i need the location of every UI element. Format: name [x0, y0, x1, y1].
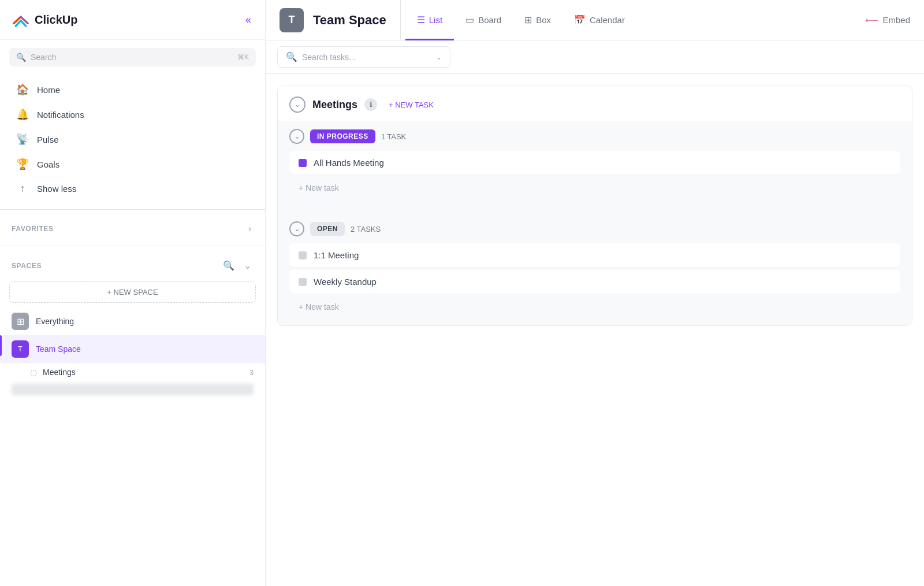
tab-board[interactable]: ▭ Board — [454, 1, 513, 40]
group-info-button[interactable]: ℹ — [364, 98, 377, 111]
search-tasks-icon: 🔍 — [286, 51, 297, 62]
list-tab-label: List — [429, 15, 442, 25]
search-placeholder: Search — [31, 53, 233, 62]
box-tab-label: Box — [536, 15, 551, 25]
search-shortcut: ⌘K — [237, 53, 249, 61]
embed-tab-icon: ⟵ — [865, 14, 878, 25]
bell-icon: 🔔 — [16, 108, 29, 121]
nav-items: 🏠 Home 🔔 Notifications 📡 Pulse 🏆 Goals ↑… — [0, 75, 265, 203]
task-name: All Hands Meeting — [314, 158, 384, 168]
calendar-tab-label: Calendar — [590, 15, 625, 25]
toolbar: 🔍 Search tasks... ⌄ — [266, 40, 924, 74]
tab-calendar[interactable]: 📅 Calendar — [562, 1, 636, 40]
open-count: 2 TASKS — [351, 225, 381, 233]
add-task-row-in-progress[interactable]: + New task — [289, 177, 900, 198]
search-icon: 🔍 — [16, 53, 26, 62]
spaces-actions: 🔍 ⌄ — [221, 259, 254, 272]
task-item[interactable]: 1:1 Meeting — [289, 243, 900, 268]
favorites-expand-button[interactable]: › — [246, 222, 254, 235]
new-space-button[interactable]: + NEW SPACE — [9, 281, 256, 303]
clickup-logo-icon — [12, 10, 30, 29]
show-less-label: Show less — [37, 184, 76, 194]
home-label: Home — [37, 85, 60, 95]
search-tasks-placeholder: Search tasks... — [302, 53, 431, 62]
tab-bar: ☰ List ▭ Board ⊞ Box 📅 Calendar ⟵ Embed — [401, 0, 924, 40]
favorites-section-header: FAVORITES › — [0, 218, 265, 240]
add-task-row-open[interactable]: + New task — [289, 296, 900, 317]
list-tab-icon: ☰ — [417, 14, 425, 25]
team-space-label: Team Space — [36, 344, 81, 354]
new-task-header-button[interactable]: + NEW TASK — [384, 98, 438, 112]
meetings-spinner-icon: ◌ — [30, 368, 37, 377]
board-tab-icon: ▭ — [465, 14, 474, 25]
status-header-open: ⌄ OPEN 2 TASKS — [289, 221, 900, 236]
meetings-label: Meetings — [43, 368, 76, 377]
task-color-dot-purple — [299, 159, 307, 167]
task-name: Weekly Standup — [314, 277, 377, 287]
calendar-tab-icon: 📅 — [574, 14, 586, 25]
group-title: Meetings — [312, 99, 357, 111]
task-list: ⌄ Meetings ℹ + NEW TASK ⌄ IN PROGRESS 1 … — [266, 74, 924, 586]
home-icon: 🏠 — [16, 83, 29, 96]
tab-list[interactable]: ☰ List — [405, 1, 454, 40]
status-section-open: ⌄ OPEN 2 TASKS 1:1 Meeting Weekly Standu… — [278, 213, 912, 325]
search-bar[interactable]: 🔍 Search ⌘K — [9, 48, 256, 66]
task-group-header: ⌄ Meetings ℹ + NEW TASK — [278, 86, 912, 121]
pulse-icon: 📡 — [16, 133, 29, 146]
status-header-in-progress: ⌄ IN PROGRESS 1 TASK — [289, 129, 900, 144]
task-group-meetings: ⌄ Meetings ℹ + NEW TASK ⌄ IN PROGRESS 1 … — [277, 86, 912, 326]
logo: ClickUp — [12, 10, 77, 29]
task-color-dot-gray — [299, 251, 307, 259]
sidebar-item-home[interactable]: 🏠 Home — [5, 77, 260, 102]
sidebar-item-team-space[interactable]: T Team Space — [0, 335, 265, 363]
topbar: T Team Space ☰ List ▭ Board ⊞ Box 📅 Cale… — [266, 0, 924, 40]
section-divider-1 — [0, 209, 265, 210]
search-tasks-bar[interactable]: 🔍 Search tasks... ⌄ — [277, 46, 450, 68]
favorites-title: FAVORITES — [12, 225, 54, 233]
sidebar-header: ClickUp « — [0, 0, 265, 40]
tab-box[interactable]: ⊞ Box — [513, 1, 562, 40]
spaces-title: SPACES — [12, 262, 42, 270]
spaces-collapse-button[interactable]: ⌄ — [241, 259, 254, 272]
group-collapse-button[interactable]: ⌄ — [289, 97, 305, 113]
task-item[interactable]: All Hands Meeting — [289, 151, 900, 175]
in-progress-badge: IN PROGRESS — [310, 129, 375, 143]
task-color-dot-gray — [299, 278, 307, 286]
tab-embed[interactable]: ⟵ Embed — [854, 1, 924, 40]
space-avatar: T — [280, 8, 304, 32]
add-task-label: + New task — [299, 183, 339, 192]
search-tasks-chevron-icon: ⌄ — [436, 53, 442, 61]
open-badge: OPEN — [310, 222, 345, 236]
goals-label: Goals — [37, 160, 59, 169]
spaces-section-header: SPACES 🔍 ⌄ — [0, 254, 265, 277]
task-name: 1:1 Meeting — [314, 250, 359, 260]
everything-label: Everything — [36, 317, 74, 326]
open-collapse-button[interactable]: ⌄ — [289, 221, 304, 236]
add-task-label: + New task — [299, 302, 339, 311]
spaces-search-button[interactable]: 🔍 — [221, 259, 237, 272]
sidebar-item-pulse[interactable]: 📡 Pulse — [5, 127, 260, 151]
blurred-sidebar-item — [12, 384, 254, 395]
sidebar-collapse-button[interactable]: « — [243, 12, 254, 28]
status-section-in-progress: ⌄ IN PROGRESS 1 TASK All Hands Meeting +… — [278, 121, 912, 206]
team-space-icon: T — [12, 340, 29, 358]
section-divider-2 — [0, 246, 265, 246]
meetings-count: 3 — [249, 368, 254, 377]
sidebar-item-everything[interactable]: ⊞ Everything — [0, 307, 265, 335]
in-progress-collapse-button[interactable]: ⌄ — [289, 129, 304, 144]
goals-icon: 🏆 — [16, 158, 29, 170]
team-space-wrapper: T Team Space — [0, 335, 265, 363]
sidebar-subitem-meetings[interactable]: ◌ Meetings 3 — [0, 363, 265, 381]
show-less-icon: ↑ — [16, 183, 29, 195]
app-name: ClickUp — [35, 13, 77, 27]
embed-tab-label: Embed — [882, 15, 910, 25]
pulse-label: Pulse — [37, 135, 59, 144]
active-indicator — [0, 335, 2, 356]
sidebar-item-showless[interactable]: ↑ Show less — [5, 177, 260, 201]
task-item[interactable]: Weekly Standup — [289, 270, 900, 294]
sidebar-item-goals[interactable]: 🏆 Goals — [5, 152, 260, 176]
sidebar: ClickUp « 🔍 Search ⌘K 🏠 Home 🔔 Notificat… — [0, 0, 266, 586]
topbar-left: T Team Space — [266, 0, 401, 40]
notifications-label: Notifications — [37, 110, 84, 120]
sidebar-item-notifications[interactable]: 🔔 Notifications — [5, 102, 260, 127]
